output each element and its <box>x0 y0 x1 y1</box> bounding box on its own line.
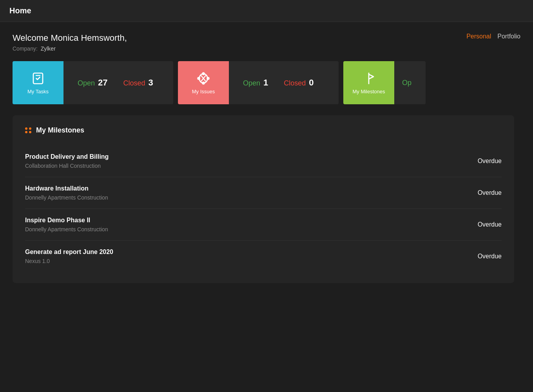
section-header: My Milestones <box>25 126 502 134</box>
milestone-info-1: Product Delivery and Billing Collaborati… <box>25 153 109 169</box>
welcome-row: Welcome Monica Hemsworth, Company: Zylke… <box>13 33 520 52</box>
milestone-name-3: Inspire Demo Phase II <box>25 217 108 224</box>
milestones-icon-box: My Milestones <box>343 61 394 104</box>
milestones-open-label: Op <box>402 79 412 87</box>
tasks-closed: Closed 3 <box>123 78 153 88</box>
tasks-closed-label: Closed <box>123 79 145 87</box>
issues-closed: Closed 0 <box>284 78 314 88</box>
milestone-item-1[interactable]: Product Delivery and Billing Collaborati… <box>25 145 502 177</box>
milestone-project-1: Collaboration Hall Construction <box>25 163 109 169</box>
tasks-card[interactable]: My Tasks Open 27 Closed 3 <box>13 61 173 104</box>
tasks-icon <box>31 71 45 85</box>
milestone-project-4: Nexus 1.0 <box>25 258 113 264</box>
issues-open: Open 1 <box>243 78 268 88</box>
section-title: My Milestones <box>36 126 84 134</box>
milestone-name-4: Generate ad report June 2020 <box>25 249 113 256</box>
milestone-item-4[interactable]: Generate ad report June 2020 Nexus 1.0 O… <box>25 241 502 272</box>
issues-open-label: Open <box>243 79 260 87</box>
tasks-open: Open 27 <box>78 78 108 88</box>
milestones-card[interactable]: My Milestones Op <box>343 61 426 104</box>
dots-icon <box>25 127 31 134</box>
milestone-status-4: Overdue <box>478 253 502 260</box>
stats-row: My Tasks Open 27 Closed 3 <box>13 61 520 104</box>
milestone-item-3[interactable]: Inspire Demo Phase II Donnelly Apartment… <box>25 209 502 241</box>
issues-open-count: 1 <box>263 78 268 88</box>
issues-icon <box>196 71 210 85</box>
milestone-info-2: Hardware Installation Donnelly Apartment… <box>25 185 108 201</box>
company-name: Zylker <box>41 45 56 52</box>
svg-point-5 <box>203 73 205 74</box>
issues-closed-label: Closed <box>284 79 306 87</box>
milestone-item-2[interactable]: Hardware Installation Donnelly Apartment… <box>25 177 502 209</box>
issues-counts: Open 1 Closed 0 <box>229 61 339 104</box>
tasks-open-label: Open <box>78 79 95 87</box>
svg-point-8 <box>207 77 209 79</box>
welcome-text: Welcome Monica Hemsworth, <box>13 33 127 43</box>
milestone-name-1: Product Delivery and Billing <box>25 153 109 160</box>
issues-closed-count: 0 <box>309 78 314 88</box>
milestone-status-1: Overdue <box>478 158 502 165</box>
page-title: Home <box>9 6 31 15</box>
milestones-counts: Op <box>394 61 426 104</box>
issues-label: My Issues <box>192 89 215 94</box>
milestone-project-3: Donnelly Apartments Construction <box>25 226 108 232</box>
milestone-project-2: Donnelly Apartments Construction <box>25 194 108 201</box>
issues-icon-box: My Issues <box>178 61 229 104</box>
milestone-status-3: Overdue <box>478 221 502 228</box>
tasks-closed-count: 3 <box>149 78 153 88</box>
svg-point-6 <box>203 82 205 84</box>
milestone-name-2: Hardware Installation <box>25 185 108 192</box>
portfolio-view-button[interactable]: Portfolio <box>497 33 520 40</box>
tasks-counts: Open 27 Closed 3 <box>63 61 173 104</box>
tasks-label: My Tasks <box>27 89 49 94</box>
welcome-info: Welcome Monica Hemsworth, Company: Zylke… <box>13 33 127 52</box>
milestones-section: My Milestones Product Delivery and Billi… <box>13 115 514 283</box>
milestones-open: Op <box>402 79 412 87</box>
tasks-icon-box: My Tasks <box>13 61 63 104</box>
personal-view-button[interactable]: Personal <box>466 33 491 40</box>
svg-point-7 <box>198 77 200 79</box>
company-label: Company: <box>13 45 38 52</box>
milestones-icon <box>362 71 376 85</box>
view-toggle: Personal Portfolio <box>466 33 520 40</box>
main-content: Welcome Monica Hemsworth, Company: Zylke… <box>0 22 533 294</box>
company-row: Company: Zylker <box>13 45 127 52</box>
milestone-status-2: Overdue <box>478 189 502 196</box>
milestones-label: My Milestones <box>352 89 385 94</box>
tasks-open-count: 27 <box>98 78 107 88</box>
issues-card[interactable]: My Issues Open 1 Closed 0 <box>178 61 339 104</box>
milestone-info-4: Generate ad report June 2020 Nexus 1.0 <box>25 249 113 264</box>
milestone-info-3: Inspire Demo Phase II Donnelly Apartment… <box>25 217 108 232</box>
page-header: Home <box>0 0 533 22</box>
